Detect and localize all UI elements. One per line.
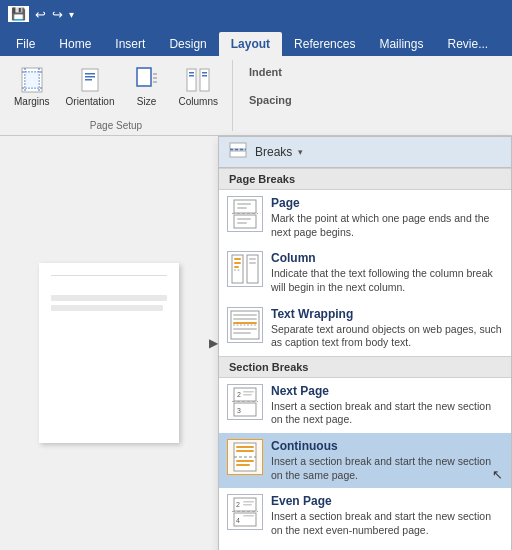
svg-rect-40 [233, 314, 257, 316]
text-wrapping-icon [227, 307, 263, 343]
text-wrapping-item[interactable]: Text Wrapping Separate text around objec… [219, 301, 511, 356]
svg-rect-38 [249, 262, 256, 264]
tab-layout[interactable]: Layout [219, 32, 282, 56]
save-icon[interactable]: 💾 [8, 6, 29, 22]
continuous-text: Continuous Insert a section break and st… [271, 439, 503, 482]
svg-rect-37 [249, 258, 256, 260]
page-break-item[interactable]: Page Mark the point at which one page en… [219, 190, 511, 245]
orientation-button[interactable]: Orientation [60, 60, 121, 112]
page-setup-label: Page Setup [90, 118, 142, 131]
breaks-label: Breaks [255, 145, 292, 159]
next-page-desc: Insert a section break and start the new… [271, 400, 503, 427]
margins-icon [16, 64, 48, 96]
ribbon-tabs: File Home Insert Design Layout Reference… [0, 28, 512, 56]
odd-page-item[interactable]: 1 3 Odd Page Insert a section break and … [219, 544, 511, 550]
svg-rect-41 [233, 318, 257, 320]
document-page [39, 263, 179, 443]
undo-button[interactable]: ↩ [35, 7, 46, 22]
next-page-item[interactable]: 2 3 Next Page Insert a section break and… [219, 378, 511, 433]
svg-rect-10 [137, 68, 151, 86]
text-wrapping-text: Text Wrapping Separate text around objec… [271, 307, 503, 350]
text-wrapping-title: Text Wrapping [271, 307, 503, 321]
svg-rect-30 [237, 222, 247, 224]
svg-text:2: 2 [237, 391, 241, 398]
section-breaks-header: Section Breaks [219, 356, 511, 378]
cursor-icon: ↖ [492, 467, 503, 482]
margins-button[interactable]: Margins [8, 60, 56, 112]
size-button[interactable]: Size [125, 60, 169, 112]
column-break-item[interactable]: Column Indicate that the text following … [219, 245, 511, 300]
svg-rect-8 [85, 76, 95, 78]
svg-rect-42 [233, 322, 257, 324]
svg-rect-9 [85, 79, 92, 81]
svg-rect-51 [243, 391, 254, 393]
svg-rect-55 [236, 450, 254, 452]
svg-rect-25 [234, 215, 256, 228]
margins-label: Margins [14, 96, 50, 108]
text-wrapping-desc: Separate text around objects on web page… [271, 323, 503, 350]
page-break-title: Page [271, 196, 503, 210]
ribbon: Margins Orientation [0, 56, 512, 136]
columns-button[interactable]: Columns [173, 60, 224, 112]
svg-rect-21 [230, 143, 246, 149]
svg-text:3: 3 [237, 407, 241, 414]
even-page-text: Even Page Insert a section break and sta… [271, 494, 503, 537]
tab-file[interactable]: File [4, 32, 47, 56]
next-page-title: Next Page [271, 384, 503, 398]
tab-references[interactable]: References [282, 32, 367, 56]
svg-rect-27 [237, 203, 251, 205]
svg-rect-52 [243, 394, 252, 396]
svg-rect-18 [189, 75, 194, 77]
svg-rect-22 [230, 151, 246, 157]
title-bar: 💾 ↩ ↪ ▾ [0, 0, 512, 28]
even-page-item[interactable]: 2 4 Even Page Insert a section break and… [219, 488, 511, 543]
svg-rect-64 [243, 501, 254, 503]
svg-rect-20 [202, 75, 207, 77]
size-icon [131, 64, 163, 96]
tab-design[interactable]: Design [157, 32, 218, 56]
redo-button[interactable]: ↪ [52, 7, 63, 22]
continuous-title: Continuous [271, 439, 503, 453]
tab-home[interactable]: Home [47, 32, 103, 56]
svg-rect-33 [234, 258, 241, 260]
continuous-item[interactable]: Continuous Insert a section break and st… [219, 433, 511, 488]
page-breaks-header: Page Breaks [219, 168, 511, 190]
svg-rect-34 [234, 262, 241, 264]
svg-rect-24 [234, 200, 256, 213]
next-page-icon: 2 3 [227, 384, 263, 420]
even-page-icon: 2 4 [227, 494, 263, 530]
svg-rect-66 [243, 515, 254, 517]
indent-label: Indent [249, 66, 292, 78]
even-page-desc: Insert a section break and start the new… [271, 510, 503, 537]
svg-rect-45 [233, 332, 251, 334]
main-area: ▶ Breaks ▾ Page Breaks [0, 136, 512, 550]
continuous-desc: Insert a section break and start the new… [271, 455, 503, 482]
tab-insert[interactable]: Insert [103, 32, 157, 56]
column-break-icon [227, 251, 263, 287]
svg-rect-54 [236, 446, 254, 448]
svg-text:2: 2 [236, 501, 240, 508]
page-break-icon [227, 196, 263, 232]
svg-rect-7 [85, 73, 95, 75]
svg-rect-58 [236, 464, 250, 466]
customize-button[interactable]: ▾ [69, 9, 74, 20]
tab-review[interactable]: Revie... [435, 32, 500, 56]
columns-icon [182, 64, 214, 96]
breaks-button[interactable]: Breaks ▾ [219, 137, 511, 168]
breaks-dropdown: Breaks ▾ Page Breaks Page Mark the p [218, 136, 512, 550]
column-break-desc: Indicate that the text following the col… [271, 267, 503, 294]
svg-rect-57 [236, 460, 254, 462]
orientation-label: Orientation [66, 96, 115, 108]
svg-rect-35 [234, 266, 239, 268]
breaks-arrow-icon: ▾ [298, 147, 303, 157]
tab-mailings[interactable]: Mailings [367, 32, 435, 56]
page-break-desc: Mark the point at which one page ends an… [271, 212, 503, 239]
even-page-title: Even Page [271, 494, 503, 508]
svg-rect-19 [202, 72, 207, 74]
svg-rect-5 [25, 72, 39, 88]
column-break-text: Column Indicate that the text following … [271, 251, 503, 294]
ribbon-group-page-setup: Margins Orientation [0, 60, 233, 131]
continuous-icon [227, 439, 263, 475]
svg-text:4: 4 [236, 517, 240, 524]
column-break-title: Column [271, 251, 503, 265]
